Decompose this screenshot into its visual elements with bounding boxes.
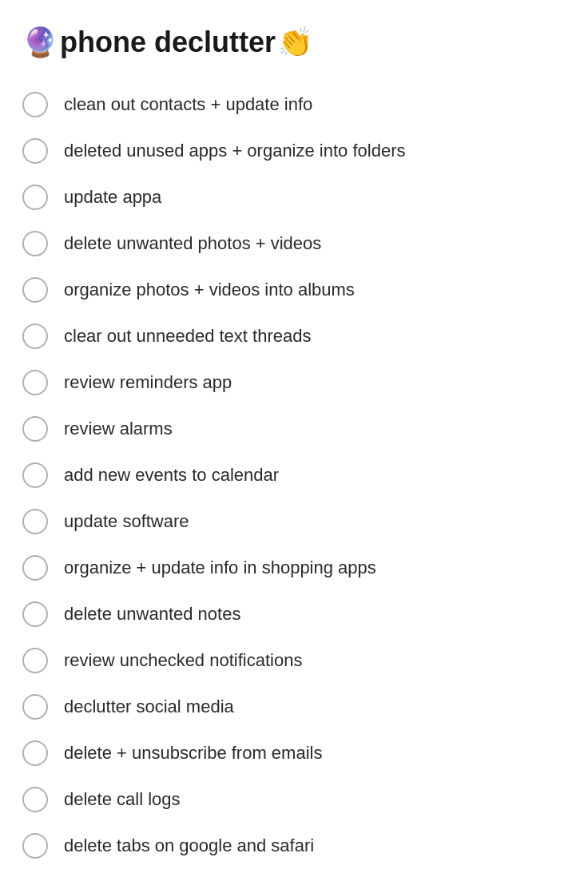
- list-item: add new events to calendar: [22, 452, 566, 498]
- page-title: 🔮phone declutter👏: [22, 26, 566, 59]
- checkbox-11[interactable]: [22, 555, 48, 581]
- item-label-17: delete tabs on google and safari: [64, 835, 314, 858]
- list-item: change wallpaper: [22, 869, 566, 877]
- checkbox-5[interactable]: [22, 277, 48, 303]
- checkbox-8[interactable]: [22, 416, 48, 442]
- list-item: deleted unused apps + organize into fold…: [22, 128, 566, 174]
- item-label-14: declutter social media: [64, 696, 234, 719]
- list-item: review unchecked notifications: [22, 637, 566, 684]
- checkbox-7[interactable]: [22, 370, 48, 395]
- item-label-2: deleted unused apps + organize into fold…: [64, 140, 405, 163]
- checkbox-10[interactable]: [22, 509, 48, 534]
- list-item: delete + unsubscribe from emails: [22, 730, 566, 776]
- item-label-9: add new events to calendar: [64, 464, 279, 487]
- list-item: organize + update info in shopping apps: [22, 545, 566, 591]
- list-item: clear out unneeded text threads: [22, 313, 566, 359]
- checkbox-13[interactable]: [22, 648, 48, 673]
- checkbox-1[interactable]: [22, 92, 48, 117]
- item-label-8: review alarms: [64, 418, 173, 441]
- checkbox-12[interactable]: [22, 601, 48, 627]
- checkbox-9[interactable]: [22, 462, 48, 488]
- checkbox-15[interactable]: [22, 740, 48, 766]
- list-item: review alarms: [22, 406, 566, 452]
- list-item: update software: [22, 498, 566, 545]
- item-label-5: organize photos + videos into albums: [64, 279, 355, 302]
- list-item: delete tabs on google and safari: [22, 823, 566, 869]
- item-label-3: update appa: [64, 186, 161, 209]
- title-emoji-right: 👏: [277, 26, 313, 59]
- list-item: review reminders app: [22, 359, 566, 406]
- checkbox-6[interactable]: [22, 323, 48, 349]
- title-text: phone declutter: [60, 26, 276, 59]
- list-item: update appa: [22, 174, 566, 220]
- item-label-4: delete unwanted photos + videos: [64, 232, 321, 256]
- item-label-10: update software: [64, 510, 189, 534]
- checkbox-16[interactable]: [22, 787, 48, 812]
- item-label-12: delete unwanted notes: [64, 603, 240, 626]
- checkbox-14[interactable]: [22, 694, 48, 720]
- item-label-11: organize + update info in shopping apps: [64, 557, 376, 580]
- list-item: clean out contacts + update info: [22, 81, 566, 128]
- checklist: clean out contacts + update infodeleted …: [22, 81, 566, 877]
- list-item: declutter social media: [22, 684, 566, 730]
- checkbox-4[interactable]: [22, 231, 48, 256]
- list-item: delete unwanted photos + videos: [22, 220, 566, 267]
- list-item: delete call logs: [22, 776, 566, 823]
- title-emoji-left: 🔮: [22, 26, 58, 59]
- list-item: organize photos + videos into albums: [22, 267, 566, 313]
- item-label-7: review reminders app: [64, 371, 232, 395]
- item-label-15: delete + unsubscribe from emails: [64, 742, 322, 765]
- item-label-13: review unchecked notifications: [64, 649, 302, 673]
- list-item: delete unwanted notes: [22, 591, 566, 637]
- item-label-1: clean out contacts + update info: [64, 93, 312, 117]
- checkbox-17[interactable]: [22, 833, 48, 859]
- item-label-6: clear out unneeded text threads: [64, 325, 311, 348]
- checkbox-3[interactable]: [22, 185, 48, 210]
- checkbox-2[interactable]: [22, 138, 48, 164]
- item-label-16: delete call logs: [64, 788, 181, 812]
